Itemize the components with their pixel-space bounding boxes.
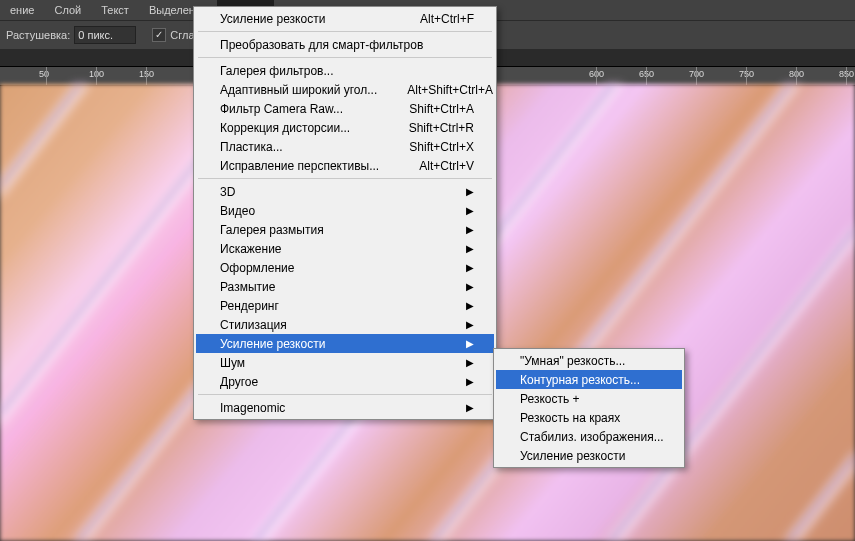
menu-row-label: Другое	[220, 375, 258, 389]
menu-row[interactable]: Коррекция дисторсии...Shift+Ctrl+R	[196, 118, 494, 137]
menu-shortcut: Alt+Ctrl+V	[419, 159, 474, 173]
menu-row[interactable]: Исправление перспективы...Alt+Ctrl+V	[196, 156, 494, 175]
submenu-row[interactable]: Резкость +	[496, 389, 682, 408]
submenu-row[interactable]: Стабилиз. изображения...	[496, 427, 682, 446]
submenu-row-label: Усиление резкости	[520, 449, 625, 463]
menu-row-label: 3D	[220, 185, 235, 199]
menu-row-label: Преобразовать для смарт-фильтров	[220, 38, 423, 52]
menu-row-label: Галерея фильтров...	[220, 64, 333, 78]
feather-input[interactable]	[74, 26, 136, 44]
submenu-row-label: Резкость на краях	[520, 411, 620, 425]
submenu-row[interactable]: Контурная резкость...	[496, 370, 682, 389]
submenu-row[interactable]: Резкость на краях	[496, 408, 682, 427]
menu-row[interactable]: Адаптивный широкий угол...Alt+Shift+Ctrl…	[196, 80, 494, 99]
menu-item[interactable]: Текст	[91, 0, 139, 20]
menu-row-label: Оформление	[220, 261, 294, 275]
menu-row-label: Усиление резкости	[220, 337, 325, 351]
menu-shortcut: Shift+Ctrl+A	[409, 102, 474, 116]
submenu-arrow-icon: ▶	[466, 243, 474, 254]
menu-row-label: Imagenomic	[220, 401, 285, 415]
ruler-label: 50	[39, 69, 49, 79]
ruler-tick	[846, 67, 847, 85]
menu-row[interactable]: Шум▶	[196, 353, 494, 372]
menu-row-label: Усиление резкости	[220, 12, 325, 26]
menu-item[interactable]: Слой	[44, 0, 91, 20]
submenu-row-label: Резкость +	[520, 392, 580, 406]
submenu-row-label: Контурная резкость...	[520, 373, 640, 387]
ruler-tick	[46, 67, 47, 85]
menu-row[interactable]: Размытие▶	[196, 277, 494, 296]
menu-row[interactable]: Стилизация▶	[196, 315, 494, 334]
menu-row[interactable]: Усиление резкости▶	[196, 334, 494, 353]
menu-row[interactable]: Imagenomic▶	[196, 398, 494, 417]
menu-shortcut: Alt+Ctrl+F	[420, 12, 474, 26]
menu-row[interactable]: Оформление▶	[196, 258, 494, 277]
submenu-arrow-icon: ▶	[466, 224, 474, 235]
submenu-arrow-icon: ▶	[466, 262, 474, 273]
submenu-row[interactable]: Усиление резкости	[496, 446, 682, 465]
menu-separator	[198, 178, 492, 179]
submenu-arrow-icon: ▶	[466, 338, 474, 349]
menu-row[interactable]: Преобразовать для смарт-фильтров	[196, 35, 494, 54]
menu-row-label: Пластика...	[220, 140, 283, 154]
menu-row-label: Видео	[220, 204, 255, 218]
submenu-row-label: "Умная" резкость...	[520, 354, 625, 368]
menu-separator	[198, 394, 492, 395]
menu-row-label: Размытие	[220, 280, 275, 294]
ruler-tick	[696, 67, 697, 85]
submenu-arrow-icon: ▶	[466, 281, 474, 292]
menu-row-label: Исправление перспективы...	[220, 159, 379, 173]
ruler-tick	[746, 67, 747, 85]
menu-row[interactable]: Рендеринг▶	[196, 296, 494, 315]
feather-label: Растушевка:	[6, 29, 70, 41]
menu-row[interactable]: Видео▶	[196, 201, 494, 220]
submenu-arrow-icon: ▶	[466, 300, 474, 311]
menu-row[interactable]: 3D▶	[196, 182, 494, 201]
menu-row-label: Адаптивный широкий угол...	[220, 83, 377, 97]
menu-row[interactable]: Фильтр Camera Raw...Shift+Ctrl+A	[196, 99, 494, 118]
ruler-tick	[796, 67, 797, 85]
filter-menu: Усиление резкостиAlt+Ctrl+FПреобразовать…	[193, 6, 497, 420]
submenu-arrow-icon: ▶	[466, 357, 474, 368]
submenu-arrow-icon: ▶	[466, 186, 474, 197]
submenu-arrow-icon: ▶	[466, 402, 474, 413]
menu-separator	[198, 31, 492, 32]
menu-row[interactable]: Галерея размытия▶	[196, 220, 494, 239]
menu-shortcut: Shift+Ctrl+X	[409, 140, 474, 154]
submenu-arrow-icon: ▶	[466, 376, 474, 387]
menu-row-label: Шум	[220, 356, 245, 370]
submenu-arrow-icon: ▶	[466, 319, 474, 330]
sharpen-submenu: "Умная" резкость...Контурная резкость...…	[493, 348, 685, 468]
menu-row[interactable]: Усиление резкостиAlt+Ctrl+F	[196, 9, 494, 28]
menu-shortcut: Alt+Shift+Ctrl+A	[407, 83, 493, 97]
submenu-row-label: Стабилиз. изображения...	[520, 430, 664, 444]
menu-row-label: Коррекция дисторсии...	[220, 121, 350, 135]
submenu-arrow-icon: ▶	[466, 205, 474, 216]
menu-item[interactable]: ение	[0, 0, 44, 20]
antialias-checkbox[interactable]: ✓	[152, 28, 166, 42]
menu-row-label: Рендеринг	[220, 299, 279, 313]
ruler-tick	[646, 67, 647, 85]
menu-row-label: Искажение	[220, 242, 282, 256]
menu-shortcut: Shift+Ctrl+R	[409, 121, 474, 135]
menu-row[interactable]: Галерея фильтров...	[196, 61, 494, 80]
ruler-tick	[146, 67, 147, 85]
menu-row[interactable]: Искажение▶	[196, 239, 494, 258]
submenu-row[interactable]: "Умная" резкость...	[496, 351, 682, 370]
menu-row-label: Галерея размытия	[220, 223, 324, 237]
menu-row[interactable]: Пластика...Shift+Ctrl+X	[196, 137, 494, 156]
menu-row[interactable]: Другое▶	[196, 372, 494, 391]
ruler-tick	[596, 67, 597, 85]
ruler-tick	[96, 67, 97, 85]
menu-row-label: Стилизация	[220, 318, 287, 332]
menu-separator	[198, 57, 492, 58]
menu-row-label: Фильтр Camera Raw...	[220, 102, 343, 116]
